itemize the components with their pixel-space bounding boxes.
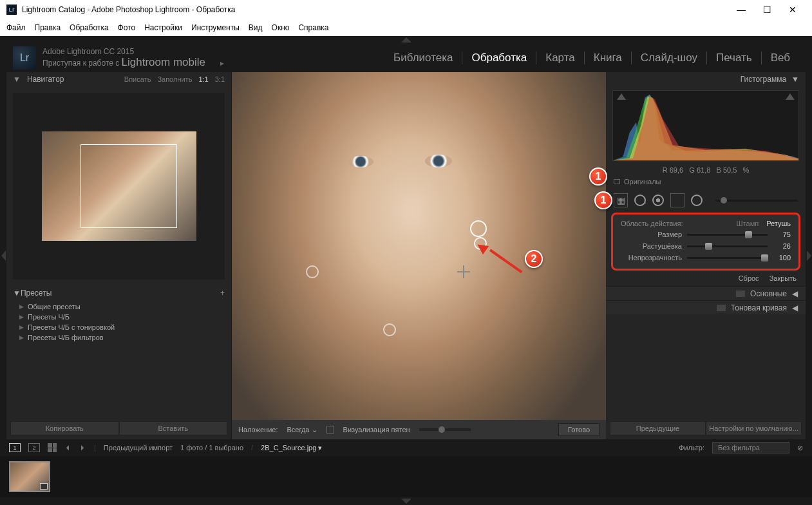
presets-header[interactable]: ▼ Пресеты + xyxy=(6,286,231,300)
add-preset-button[interactable]: + xyxy=(220,289,225,298)
develop-toolbar: Наложение: Всегда ⌄ Визуализация пятен Г… xyxy=(232,420,606,439)
window-title: Lightroom Catalog - Adobe Photoshop Ligh… xyxy=(22,5,728,14)
histogram-header[interactable]: Гистограмма ▼ xyxy=(606,72,806,86)
heal-spot-marker[interactable] xyxy=(474,237,487,250)
identity-plate: Lr Adobe Lightroom CC 2015 Приступая к р… xyxy=(0,44,812,72)
panel-switch-icon[interactable] xyxy=(717,305,726,311)
zoom-fit[interactable]: Вписать xyxy=(124,75,151,83)
lightroom-logo: Lr xyxy=(13,46,36,70)
filter-lock-icon[interactable]: ⊘ xyxy=(797,444,803,452)
overlay-dropdown[interactable]: Всегда ⌄ xyxy=(287,426,317,434)
menu-file[interactable]: Файл xyxy=(6,23,26,32)
module-develop[interactable]: Обработка xyxy=(462,52,536,64)
module-web[interactable]: Веб xyxy=(762,52,799,64)
grid-view-icon[interactable] xyxy=(48,443,57,452)
menu-settings[interactable]: Настройки xyxy=(144,23,182,32)
histogram[interactable] xyxy=(612,90,799,161)
heal-mode-button[interactable]: Ретушь xyxy=(766,220,791,227)
feather-label: Растушёвка xyxy=(621,242,682,250)
area-label: Область действия: xyxy=(621,220,737,227)
filter-dropdown[interactable]: Без фильтра xyxy=(712,442,789,453)
right-panel-grip[interactable] xyxy=(806,72,812,439)
close-tool-button[interactable]: Закрыть xyxy=(770,274,797,282)
reset-defaults-button[interactable]: Настройки по умолчанию... xyxy=(706,421,802,435)
menu-view[interactable]: Вид xyxy=(249,23,263,32)
size-slider[interactable] xyxy=(687,234,768,236)
originals-row[interactable]: Оригиналы xyxy=(606,175,806,188)
view-mode-1[interactable]: 1 xyxy=(9,443,21,452)
filmstrip-thumbnail[interactable] xyxy=(9,461,50,492)
menu-help[interactable]: Справка xyxy=(298,23,328,32)
gradient-tool-icon[interactable] xyxy=(670,193,685,207)
mobile-sync-label[interactable]: Приступая к работе с Lightroom mobile ▸ xyxy=(42,56,224,69)
size-value[interactable]: 75 xyxy=(773,231,791,238)
navigator-header[interactable]: ▼ Навигатор Вписать Заполнить 1:1 3:1 xyxy=(6,72,231,86)
menu-window[interactable]: Окно xyxy=(272,23,290,32)
menu-develop[interactable]: Обработка xyxy=(70,23,109,32)
menu-tools[interactable]: Инструменты xyxy=(191,23,240,32)
preset-folder[interactable]: ▶Пресеты Ч/Б с тонировкой xyxy=(6,322,231,332)
navigator-viewport[interactable] xyxy=(80,144,177,228)
photo-canvas[interactable] xyxy=(232,72,606,420)
module-book[interactable]: Книга xyxy=(585,52,632,64)
reset-button[interactable]: Сброс xyxy=(739,274,759,282)
crop-tool-icon[interactable]: ▦ xyxy=(614,193,628,207)
window-titlebar: Lr Lightroom Catalog - Adobe Photoshop L… xyxy=(0,0,812,19)
visualize-spots-checkbox[interactable] xyxy=(326,426,334,434)
heal-spot-marker[interactable] xyxy=(383,323,396,336)
shadow-clipping-icon[interactable] xyxy=(617,93,626,100)
filename-label[interactable]: 2B_C_Source.jpg ▾ xyxy=(261,444,322,452)
opacity-value[interactable]: 100 xyxy=(773,254,791,262)
prev-photo-button[interactable]: 🞀 xyxy=(64,444,71,452)
top-panel-grip[interactable] xyxy=(0,36,812,44)
preset-folder[interactable]: ▶Пресеты Ч/Б xyxy=(6,312,231,322)
spot-removal-tool-icon[interactable]: → xyxy=(634,195,646,206)
filmstrip-toolbar: 1 2 🞀 🞂 | Предыдущий импорт 1 фото / 1 в… xyxy=(0,439,812,456)
copy-button[interactable]: Копировать xyxy=(10,421,119,435)
close-button[interactable]: ✕ xyxy=(780,1,806,19)
highlight-clipping-icon[interactable] xyxy=(786,93,795,100)
paste-button[interactable]: Вставить xyxy=(119,421,228,435)
image-viewport: Наложение: Всегда ⌄ Визуализация пятен Г… xyxy=(232,72,606,439)
panel-switch-icon[interactable] xyxy=(736,291,745,297)
menu-edit[interactable]: Правка xyxy=(35,23,61,32)
tonecurve-panel-header[interactable]: Тоновая кривая ◀ xyxy=(606,300,806,314)
basic-panel-header[interactable]: Основные ◀ xyxy=(606,286,806,300)
opacity-slider[interactable] xyxy=(687,257,768,259)
bottom-panel-grip[interactable] xyxy=(0,497,812,505)
feather-slider[interactable] xyxy=(687,245,768,247)
visualize-spots-slider[interactable] xyxy=(419,428,471,431)
preset-folder[interactable]: ▶Пресеты Ч/Б фильтров xyxy=(6,332,231,343)
maximize-button[interactable]: ☐ xyxy=(754,1,780,19)
module-map[interactable]: Карта xyxy=(536,52,585,64)
zoom-3-1[interactable]: 3:1 xyxy=(215,75,225,83)
histogram-readout: R 69,6 G 61,8 B 50,5 % xyxy=(606,165,806,175)
heal-spot-marker[interactable] xyxy=(306,265,319,278)
clone-mode-button[interactable]: Штамп xyxy=(737,220,759,227)
zoom-fill[interactable]: Заполнить xyxy=(157,75,192,83)
filmstrip[interactable] xyxy=(0,456,812,497)
annotation-badge-1: 1 xyxy=(589,167,607,186)
module-library[interactable]: Библиотека xyxy=(384,52,462,64)
module-print[interactable]: Печать xyxy=(707,52,762,64)
thumbnail-badge-icon xyxy=(40,483,48,490)
tool-amount-slider[interactable] xyxy=(715,200,798,202)
left-panel-grip[interactable] xyxy=(0,72,6,439)
minimize-button[interactable]: — xyxy=(728,1,754,19)
next-photo-button[interactable]: 🞂 xyxy=(79,444,86,452)
feather-value[interactable]: 26 xyxy=(773,242,791,250)
previous-button[interactable]: Предыдущие xyxy=(610,421,706,435)
preset-folder[interactable]: ▶Общие пресеты xyxy=(6,301,231,312)
view-mode-2[interactable]: 2 xyxy=(28,443,40,452)
menu-photo[interactable]: Фото xyxy=(118,23,136,32)
navigator-preview[interactable] xyxy=(13,93,225,280)
radial-tool-icon[interactable] xyxy=(691,195,703,206)
redeye-tool-icon[interactable] xyxy=(652,195,664,206)
visualize-spots-label: Визуализация пятен xyxy=(343,426,410,434)
zoom-1-1[interactable]: 1:1 xyxy=(198,75,208,83)
module-slideshow[interactable]: Слайд-шоу xyxy=(632,52,707,64)
done-button[interactable]: Готово xyxy=(558,423,600,436)
heal-spot-marker[interactable] xyxy=(470,220,487,237)
size-label: Размер xyxy=(621,231,682,238)
source-label[interactable]: Предыдущий импорт xyxy=(104,444,173,452)
